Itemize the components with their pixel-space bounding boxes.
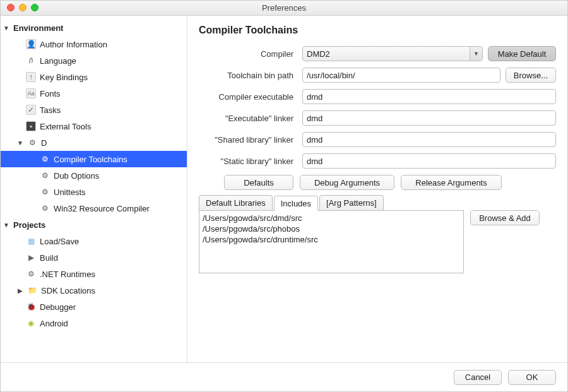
exec-linker-input[interactable]: dmd <box>302 110 556 126</box>
person-icon: 👤 <box>26 39 36 49</box>
panel-heading: Compiler Toolchains <box>199 25 556 36</box>
sidebar-item-unittests[interactable]: ⚙ Unittests <box>1 184 187 200</box>
input-value: dmd <box>307 114 322 123</box>
keyboard-icon: ↑ <box>26 72 36 82</box>
sidebar-label: D <box>41 138 47 148</box>
sidebar-item-label: Win32 Resource Compiler <box>54 204 150 213</box>
check-icon: ✓ <box>26 105 36 115</box>
chevron-down-icon: ▼ <box>17 140 23 146</box>
sidebar-item-label: Android <box>40 319 68 328</box>
label-compiler-exec: Compiler executable <box>199 92 297 102</box>
bug-icon: 🐞 <box>26 302 36 312</box>
dropdown-value: DMD2 <box>307 49 330 59</box>
compiler-dropdown[interactable]: DMD2 ▼ <box>302 46 483 61</box>
sidebar-item-debugger[interactable]: 🐞 Debugger <box>1 299 187 315</box>
input-value: dmd <box>307 135 322 145</box>
sidebar-item-net-runtimes[interactable]: ⚙ .NET Runtimes <box>1 266 187 282</box>
bin-path-input[interactable]: /usr/local/bin/ <box>302 68 500 83</box>
minimize-icon[interactable] <box>19 4 27 11</box>
cancel-button[interactable]: Cancel <box>454 370 502 385</box>
sidebar-item-label: Fonts <box>40 89 61 98</box>
window-titlebar: Preferences <box>1 1 567 16</box>
sidebar-item-dub-options[interactable]: ⚙ Dub Options <box>1 167 187 184</box>
browse-button[interactable]: Browse... <box>506 68 556 83</box>
chevron-down-icon: ▼ <box>3 222 9 229</box>
sidebar-section-projects[interactable]: ▼ Projects <box>1 217 187 233</box>
tab-includes[interactable]: Includes <box>274 196 318 211</box>
sidebar-item-language[interactable]: ň Language <box>1 52 187 69</box>
defaults-button[interactable]: Defaults <box>224 175 293 190</box>
tab-arg-patterns[interactable]: [Arg Patterns] <box>319 195 383 210</box>
sidebar-item-label: Key Bindings <box>40 73 88 82</box>
gear-icon: ⚙ <box>27 138 37 148</box>
label-compiler: Compiler <box>199 49 297 59</box>
sidebar-item-sdk-locations[interactable]: ▶ 📁 SDK Locations <box>1 282 187 299</box>
close-icon[interactable] <box>7 4 15 11</box>
sidebar-item-external-tools[interactable]: ▪ External Tools <box>1 118 187 134</box>
android-icon: ◉ <box>26 318 36 328</box>
sidebar-label: Projects <box>13 220 45 230</box>
sidebar-item-label: Unittests <box>54 187 86 197</box>
gear-icon: ⚙ <box>40 203 50 213</box>
input-value: dmd <box>307 157 322 166</box>
sidebar-item-label: SDK Locations <box>41 286 95 295</box>
sidebar-item-load-save[interactable]: ▦ Load/Save <box>1 233 187 249</box>
chevron-right-icon: ▶ <box>17 287 23 294</box>
dialog-footer: Cancel OK <box>1 362 567 391</box>
font-icon: Aa <box>26 88 36 98</box>
list-item[interactable]: /Users/pgowda/src/phobos <box>203 223 460 234</box>
disk-icon: ▦ <box>26 236 36 246</box>
terminal-icon: ▪ <box>26 121 36 131</box>
gear-icon: ⚙ <box>40 154 50 164</box>
compiler-exec-input[interactable]: dmd <box>302 89 556 104</box>
gear-icon: ⚙ <box>26 269 36 279</box>
make-default-button[interactable]: Make Default <box>488 46 556 61</box>
window-controls <box>7 4 38 11</box>
input-value: /usr/local/bin/ <box>307 71 355 80</box>
release-arguments-button[interactable]: Release Arguments <box>401 175 502 190</box>
sidebar-item-key-bindings[interactable]: ↑ Key Bindings <box>1 69 187 85</box>
includes-tabbar: Default Libraries Includes [Arg Patterns… <box>199 195 556 210</box>
sidebar-item-label: Build <box>40 253 58 263</box>
preferences-sidebar: ▼ Environment 👤 Author Information ň Lan… <box>1 16 187 362</box>
sidebar-section-environment[interactable]: ▼ Environment <box>1 20 187 36</box>
sidebar-item-label: Language <box>40 56 76 66</box>
sidebar-label: Environment <box>13 23 63 33</box>
sidebar-item-win32-resource-compiler[interactable]: ⚙ Win32 Resource Compiler <box>1 200 187 217</box>
browse-add-button[interactable]: Browse & Add <box>470 210 540 225</box>
input-value: dmd <box>307 92 322 102</box>
label-static-linker: "Static library" linker <box>199 157 297 166</box>
sidebar-item-label: .NET Runtimes <box>40 270 95 279</box>
debug-arguments-button[interactable]: Debug Arguments <box>300 175 394 190</box>
sidebar-item-label: Dub Options <box>54 171 99 181</box>
sidebar-item-tasks[interactable]: ✓ Tasks <box>1 102 187 118</box>
label-shared-linker: "Shared library" linker <box>199 135 297 145</box>
shared-linker-input[interactable]: dmd <box>302 132 556 147</box>
sidebar-item-label: Compiler Toolchains <box>54 155 127 164</box>
ok-button[interactable]: OK <box>508 370 556 385</box>
play-icon: ▶ <box>26 252 36 263</box>
label-bin-path: Toolchain bin path <box>199 71 297 80</box>
gear-icon: ⚙ <box>40 187 50 197</box>
sidebar-item-label: Debugger <box>40 302 76 312</box>
sidebar-item-label: Tasks <box>40 105 61 115</box>
sidebar-item-android[interactable]: ◉ Android <box>1 315 187 331</box>
list-item[interactable]: /Users/pgowda/src/druntime/src <box>203 234 460 245</box>
sidebar-item-author-info[interactable]: 👤 Author Information <box>1 36 187 52</box>
sidebar-item-build[interactable]: ▶ Build <box>1 249 187 266</box>
window-title: Preferences <box>262 3 306 13</box>
chevron-down-icon: ▼ <box>470 47 482 61</box>
sidebar-item-label: Author Information <box>40 40 107 49</box>
list-item[interactable]: /Users/pgowda/src/dmd/src <box>203 213 460 223</box>
chevron-down-icon: ▼ <box>3 25 9 32</box>
gear-icon: ⚙ <box>40 170 50 181</box>
maximize-icon[interactable] <box>31 4 38 11</box>
sidebar-item-compiler-toolchains[interactable]: ⚙ Compiler Toolchains <box>1 151 187 167</box>
sidebar-item-label: External Tools <box>40 122 91 131</box>
static-linker-input[interactable]: dmd <box>302 153 556 169</box>
tab-default-libraries[interactable]: Default Libraries <box>199 195 273 210</box>
sidebar-item-fonts[interactable]: Aa Fonts <box>1 85 187 102</box>
includes-list[interactable]: /Users/pgowda/src/dmd/src /Users/pgowda/… <box>199 210 464 273</box>
sidebar-section-d[interactable]: ▼ ⚙ D <box>1 134 187 151</box>
settings-panel: Compiler Toolchains Compiler DMD2 ▼ Make… <box>187 16 567 362</box>
